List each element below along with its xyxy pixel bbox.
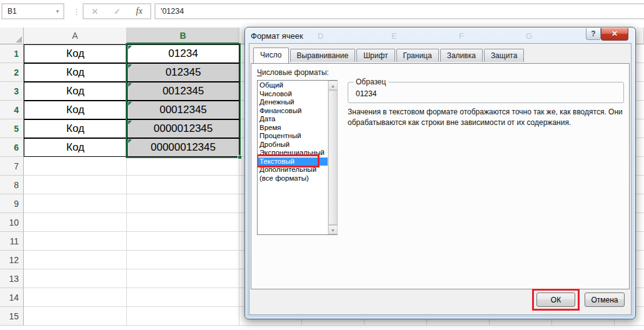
row-header-14[interactable]: 14 (0, 288, 24, 307)
confirm-entry-icon[interactable]: ✓ (114, 7, 121, 16)
dialog-tabs: ЧислоВыравниваниеШрифтГраницаЗаливкаЗащи… (253, 48, 525, 62)
row-header-15[interactable]: 15 (0, 307, 24, 326)
scroll-up-icon[interactable]: ▲ (328, 81, 338, 90)
formula-bar: B1 ▾ ⋮ ✕ ✓ fx '01234 (0, 0, 644, 22)
cell-A13[interactable] (24, 269, 127, 288)
format-item-7[interactable]: Дробный (258, 141, 328, 149)
cell-A4[interactable]: Код (24, 101, 127, 119)
ghost-column-letter: G (526, 31, 532, 41)
cell-A8[interactable] (24, 176, 127, 194)
ghost-column-letter: D (318, 31, 323, 41)
cell-B3[interactable]: 0012345 (127, 82, 239, 101)
cell-A11[interactable] (24, 232, 127, 251)
error-indicator-icon (128, 102, 132, 106)
row-header-10[interactable]: 10 (0, 213, 24, 232)
number-tab-page: Числовые форматы: ОбщийЧисловойДенежныйФ… (251, 63, 630, 289)
insert-function-icon[interactable]: fx (136, 6, 143, 16)
dialog-close-icon[interactable]: ✕ (601, 28, 628, 41)
cell-B9[interactable] (127, 194, 239, 213)
format-item-3[interactable]: Финансовый (258, 107, 328, 116)
cell-value: 00000012345 (151, 141, 216, 154)
cell-value: 0000012345 (154, 122, 213, 135)
dialog-title: Формат ячеек (251, 31, 303, 41)
format-item-0[interactable]: Общий (258, 81, 328, 90)
tab-5[interactable]: Защита (484, 49, 525, 62)
cancel-entry-icon[interactable]: ✕ (91, 7, 98, 16)
tab-0[interactable]: Число (253, 48, 289, 63)
row-header-12[interactable]: 12 (0, 251, 24, 269)
format-item-11[interactable]: (все форматы) (258, 174, 328, 183)
select-all-triangle-icon (16, 36, 22, 42)
format-item-6[interactable]: Процентный (258, 132, 328, 141)
cell-B11[interactable] (127, 232, 239, 251)
row-header-7[interactable]: 7 (0, 157, 24, 176)
cell-A15[interactable] (24, 307, 127, 326)
cell-B12[interactable] (127, 251, 239, 269)
row-header-8[interactable]: 8 (0, 176, 24, 194)
cell-A3[interactable]: Код (24, 82, 127, 101)
format-item-2[interactable]: Денежный (258, 98, 328, 107)
cell-A5[interactable]: Код (24, 119, 127, 138)
cell-A6[interactable]: Код (24, 138, 127, 157)
tab-2[interactable]: Шрифт (356, 49, 395, 62)
cell-B13[interactable] (127, 269, 239, 288)
cell-A1[interactable]: Код (24, 44, 127, 63)
scroll-down-icon[interactable]: ▼ (328, 225, 338, 234)
row-header-3[interactable]: 3 (0, 82, 24, 101)
column-header-B[interactable]: B (127, 28, 239, 44)
cell-A10[interactable] (24, 213, 127, 232)
formula-input[interactable]: '01234 (154, 3, 644, 19)
tab-1[interactable]: Выравнивание (290, 49, 356, 62)
tab-3[interactable]: Граница (396, 49, 439, 62)
dialog-help-button[interactable]: ? (586, 28, 601, 40)
cell-value: 0012345 (163, 85, 204, 98)
format-item-5[interactable]: Время (258, 124, 328, 132)
select-all-corner[interactable] (0, 28, 24, 44)
cell-B10[interactable] (127, 213, 239, 232)
cell-A7[interactable] (24, 157, 127, 176)
name-box[interactable]: B1 ▾ (1, 3, 64, 19)
cell-B1[interactable]: 01234 (127, 44, 239, 63)
format-item-8[interactable]: Экспоненциальный (258, 149, 328, 158)
cell-A12[interactable] (24, 251, 127, 269)
cell-B2[interactable]: 012345 (127, 63, 239, 82)
number-formats-label: Числовые форматы: (257, 68, 329, 77)
row-header-5[interactable]: 5 (0, 119, 24, 138)
cell-value: 00012345 (159, 104, 207, 116)
cell-B4[interactable]: 00012345 (127, 101, 239, 119)
cell-B6[interactable]: 00000012345 (127, 138, 239, 157)
dialog-content: ЧислоВыравниваниеШрифтГраницаЗаливкаЗащи… (249, 43, 631, 315)
cell-B7[interactable] (127, 157, 239, 176)
format-item-10[interactable]: Дополнительный (258, 166, 328, 174)
scrollbar-thumb[interactable] (328, 90, 338, 225)
row-header-4[interactable]: 4 (0, 101, 24, 119)
sample-groupbox: Образец 01234 (348, 82, 624, 103)
error-indicator-icon (128, 46, 132, 49)
column-header-A[interactable]: A (24, 28, 127, 44)
format-description: Значения в текстовом формате отображаютс… (348, 107, 634, 128)
format-item-1[interactable]: Числовой (258, 90, 328, 99)
ok-button[interactable]: ОК (536, 292, 575, 307)
row-header-1[interactable]: 1 (0, 44, 24, 63)
cell-A9[interactable] (24, 194, 127, 213)
cell-B5[interactable]: 0000012345 (127, 119, 239, 138)
sample-value: 01234 (356, 89, 376, 98)
row-header-9[interactable]: 9 (0, 194, 24, 213)
row-header-6[interactable]: 6 (0, 138, 24, 157)
format-list: ОбщийЧисловойДенежныйФинансовыйДатаВремя… (258, 81, 328, 234)
cell-B15[interactable] (127, 307, 239, 326)
tab-4[interactable]: Заливка (440, 49, 483, 62)
row-header-13[interactable]: 13 (0, 269, 24, 288)
format-item-9[interactable]: Текстовый (258, 158, 328, 166)
cancel-button[interactable]: Отмена (585, 292, 625, 307)
cell-A2[interactable]: Код (24, 63, 127, 82)
cell-A14[interactable] (24, 288, 127, 307)
cell-B14[interactable] (127, 288, 239, 307)
row-header-2[interactable]: 2 (0, 63, 24, 82)
name-box-dropdown-icon[interactable]: ▾ (52, 8, 63, 14)
format-item-4[interactable]: Дата (258, 115, 328, 124)
cell-B8[interactable] (127, 176, 239, 194)
ghost-column-letter: F (459, 31, 464, 41)
row-header-11[interactable]: 11 (0, 232, 24, 251)
error-indicator-icon (128, 64, 132, 68)
